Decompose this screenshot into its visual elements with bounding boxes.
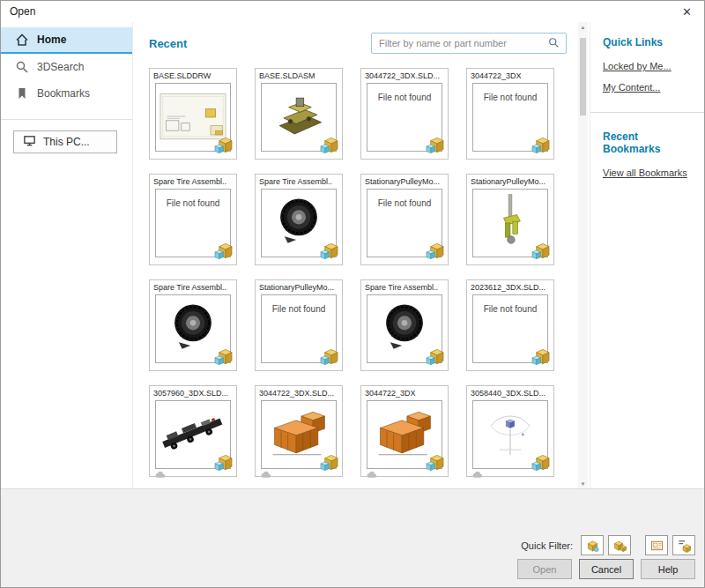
file-not-found-text: File not found [378,198,432,257]
scrollbar-track[interactable] [578,33,588,479]
file-not-found-text: File not found [378,93,432,151]
right-panel: Quick Links Locked by Me... My Content..… [590,22,704,489]
scroll-up-icon[interactable]: ▲ [581,22,586,33]
file-tile-label: Spare Tire Assembl.. [150,280,236,292]
file-tile-label: StationaryPulleyMo... [256,280,342,292]
file-tile[interactable]: Spare Tire Assembl.. File not found [149,174,237,265]
file-tile[interactable]: Spare Tire Assembl.. [255,174,343,265]
file-tile[interactable]: StationaryPulleyMo... File not found [360,174,449,265]
scrollbar-thumb[interactable] [580,38,586,115]
bookmark-icon [15,86,29,100]
sidebar-item-bookmarks[interactable]: Bookmarks [1,80,132,107]
home-icon [15,33,29,47]
quick-filter-label: Quick Filter: [521,540,573,551]
pc-icon [23,134,36,150]
file-tile[interactable]: StationaryPulleyMo... [466,174,554,265]
quick-filter-assemblies-button[interactable] [608,535,631,555]
vertical-scrollbar[interactable]: ▲ ▼ [578,22,588,489]
close-icon[interactable]: ✕ [679,4,695,19]
sidebar: Home 3DSearch Bookmarks This PC... [1,22,133,489]
file-type-icon [425,347,445,366]
my-content-link[interactable]: My Content... [603,82,694,93]
file-tile-label: Spare Tire Assembl.. [256,175,342,186]
cancel-button[interactable]: Cancel [579,559,634,579]
dialog-buttons: Open Cancel Help [517,559,695,579]
sidebar-item-home[interactable]: Home [1,27,132,54]
cloud-icon [471,466,484,475]
this-pc-label: This PC... [43,136,90,148]
sidebar-separator [1,119,132,120]
dialog-body: Home 3DSearch Bookmarks This PC... [1,22,704,489]
file-tile[interactable]: 3044722_3DX File not found [466,68,554,160]
file-grid: BASE.SLDDRW BASE.SLDASM 3044722_3DX.SLD.… [149,68,567,477]
file-tile[interactable]: Spare Tire Assembl.. [149,279,237,371]
help-button[interactable]: Help [641,559,695,579]
file-not-found-text: File not found [167,198,220,257]
open-dialog: Open ✕ Home 3DSearch Bookmarks [0,0,705,588]
magnifier-icon [548,37,560,49]
window-title: Open [10,5,35,18]
file-tile[interactable]: 3057960_3DX.SLD... [149,385,237,477]
file-type-icon [319,136,339,154]
section-title-recent: Recent [149,37,187,50]
file-tile-label: Spare Tire Assembl.. [150,175,236,186]
file-tile[interactable]: 3044722_3DX.SLD... File not found [360,68,449,160]
file-type-icon [425,453,445,472]
file-tile[interactable]: Spare Tire Assembl.. [360,279,449,371]
file-tile-label: StationaryPulleyMo... [361,175,448,186]
file-tile-label: 3044722_3DX.SLD... [361,69,448,80]
quick-filter-drawings-button[interactable] [645,535,668,555]
file-tile[interactable]: StationaryPulleyMo... File not found [255,279,343,371]
sidebar-item-3dsearch[interactable]: 3DSearch [1,54,132,80]
file-tile[interactable]: 3058440_3DX.SLD... [466,385,554,477]
file-type-icon [319,347,339,366]
sidebar-item-label: Home [37,33,66,46]
file-tile[interactable]: BASE.SLDDRW [149,68,237,160]
cloud-icon [260,466,272,475]
file-tile-label: 2023612_3DX.SLD... [467,280,553,292]
file-tile[interactable]: 3044722_3DX [360,385,449,477]
view-all-bookmarks-link[interactable]: View all Bookmarks [603,167,694,178]
file-tile-label: 3044722_3DX [467,69,553,80]
sidebar-item-label: Bookmarks [37,87,90,100]
cloud-icon [366,466,378,475]
file-type-icon [531,347,551,366]
quick-filter-toplevel-button[interactable] [672,535,695,555]
file-tile-label: StationaryPulleyMo... [467,175,553,186]
locked-by-me-link[interactable]: Locked by Me... [603,61,694,71]
right-panel-separator [590,112,704,113]
file-tile[interactable]: 3044722_3DX.SLD... [255,385,343,477]
file-type-icon [531,136,551,154]
this-pc-button[interactable]: This PC... [13,130,117,153]
file-tile-label: BASE.SLDASM [256,69,342,80]
content-header: Recent [149,33,567,54]
file-tile[interactable]: BASE.SLDASM [255,68,343,160]
file-type-icon [213,242,234,260]
quick-filter-parts-button[interactable] [581,535,604,555]
file-tile[interactable]: 2023612_3DX.SLD... File not found [466,279,554,371]
file-type-icon [425,242,445,260]
file-type-icon [319,453,339,472]
drawings-filter-icon [649,539,664,553]
recent-files-panel: Recent BASE.SLDDRW BASE.SLDASM 3044722_3… [133,22,590,489]
search-icon [15,60,29,74]
file-type-icon [213,453,234,472]
filter-input[interactable] [377,37,548,49]
file-type-icon [319,242,339,260]
file-not-found-text: File not found [484,93,538,151]
file-tile-label: BASE.SLDDRW [150,69,236,80]
recent-bookmarks-title: Recent Bookmarks [603,130,694,155]
file-type-icon [213,347,234,366]
top-level-filter-icon [677,539,692,553]
title-bar: Open ✕ [1,1,704,22]
file-not-found-text: File not found [272,304,326,362]
file-not-found-text: File not found [484,304,538,362]
parts-filter-icon [585,539,600,553]
open-button[interactable]: Open [517,559,572,579]
file-tile-label: 3044722_3DX [361,386,448,398]
file-tile-label: Spare Tire Assembl.. [361,280,448,292]
sidebar-item-label: 3DSearch [37,61,84,73]
quick-filter-row: Quick Filter: [521,535,695,555]
file-tile-label: 3044722_3DX.SLD... [256,386,342,398]
file-type-icon [425,136,445,154]
